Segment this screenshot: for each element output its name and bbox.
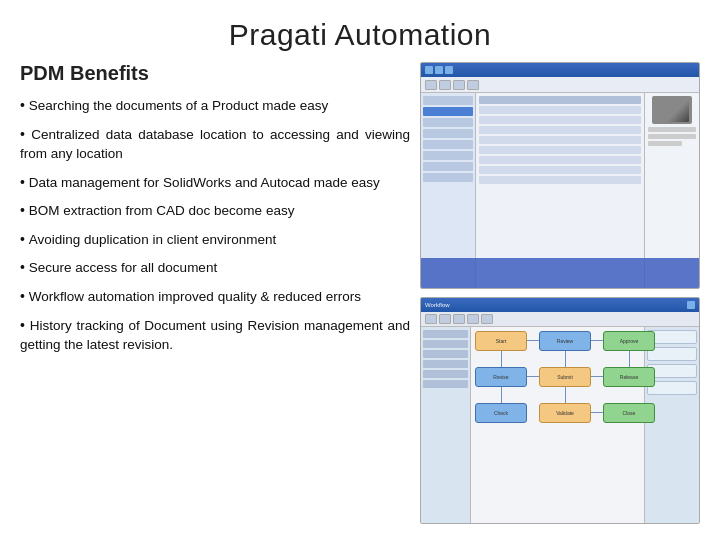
ss-data-row <box>479 176 641 184</box>
sidebar-item <box>423 162 473 171</box>
sidebar-item <box>423 96 473 105</box>
window-btn <box>435 66 443 74</box>
ss-header-row <box>479 96 641 104</box>
toolbar-btn <box>439 80 451 90</box>
sidebar-item <box>423 140 473 149</box>
wf-arrow <box>591 340 603 341</box>
toolbar-top <box>421 77 699 93</box>
ss-data-row <box>479 136 641 144</box>
toolbar-btn <box>453 80 465 90</box>
wf-left-item <box>423 360 468 368</box>
wf-left-panel <box>421 327 471 523</box>
list-item: BOM extraction from CAD doc become easy <box>20 200 410 221</box>
ss-data-row <box>479 116 641 124</box>
sidebar-item <box>423 107 473 116</box>
window-btn <box>425 66 433 74</box>
list-item: Avoiding duplication in client environme… <box>20 229 410 250</box>
ss-data-row <box>479 166 641 174</box>
wf-toolbar-bar <box>421 312 699 327</box>
wf-node-review: Review <box>539 331 591 351</box>
wf-node-start: Start <box>475 331 527 351</box>
wf-window-btn <box>687 301 695 309</box>
ss-data-row <box>479 156 641 164</box>
wf-left-item <box>423 370 468 378</box>
list-item: Searching the documents of a Product mad… <box>20 95 410 116</box>
page-title: Pragati Automation <box>20 18 700 52</box>
wf-node-validate: Validate <box>539 403 591 423</box>
preview-details <box>648 127 696 146</box>
screenshot-top <box>420 62 700 289</box>
wf-node-submit: Submit <box>539 367 591 387</box>
list-item: Data management for SolidWorks and Autoc… <box>20 172 410 193</box>
ss-data-row <box>479 126 641 134</box>
toolbar-btn <box>425 80 437 90</box>
wf-right-panel <box>644 327 699 523</box>
toolbar-btn <box>467 80 479 90</box>
sidebar-item <box>423 118 473 127</box>
wf-node-check: Check <box>475 403 527 423</box>
wf-node-approve: Approve <box>603 331 655 351</box>
detail-line <box>648 134 696 139</box>
content-area: PDM Benefits Searching the documents of … <box>20 58 700 524</box>
ss-data-row <box>479 146 641 154</box>
section-heading: PDM Benefits <box>20 62 410 85</box>
sidebar-item <box>423 173 473 182</box>
window-btn <box>445 66 453 74</box>
wf-titlebar: Workflow <box>421 298 699 312</box>
ss-data-row <box>479 106 641 114</box>
wf-arrow <box>591 376 603 377</box>
wf-left-item <box>423 350 468 358</box>
wf-arrow <box>527 340 539 341</box>
list-item: Centralized data database location to ac… <box>20 124 410 164</box>
wf-arrow <box>565 351 566 367</box>
list-item: Workflow automation improved quality & r… <box>20 286 410 307</box>
detail-line <box>648 127 696 132</box>
list-item: History tracking of Document using Revis… <box>20 315 410 355</box>
wf-toolbar-btn <box>425 314 437 324</box>
wf-arrow <box>501 351 502 367</box>
wf-title-text: Workflow <box>425 302 450 308</box>
wf-arrow <box>527 376 539 377</box>
wf-arrow <box>565 387 566 403</box>
wf-left-item <box>423 330 468 338</box>
wf-toolbar-btn <box>439 314 451 324</box>
sidebar-item <box>423 129 473 138</box>
preview-inner <box>655 98 689 122</box>
bullet-list: Searching the documents of a Product mad… <box>20 95 410 363</box>
wf-arrow <box>629 351 630 367</box>
highlight-bar <box>421 258 699 288</box>
screenshot-bottom: Workflow <box>420 297 700 524</box>
wf-left-item <box>423 380 468 388</box>
wf-toolbar-btn <box>481 314 493 324</box>
wf-canvas: Start Review Approve Revise Submit Relea… <box>471 327 644 523</box>
wf-node-close: Close <box>603 403 655 423</box>
wf-left-item <box>423 340 468 348</box>
list-item: Secure access for all document <box>20 257 410 278</box>
product-preview-image <box>652 96 692 124</box>
wf-arrow <box>591 412 603 413</box>
wf-body: Start Review Approve Revise Submit Relea… <box>421 327 699 523</box>
wf-node-revise: Revise <box>475 367 527 387</box>
wf-node-release: Release <box>603 367 655 387</box>
sidebar-item <box>423 151 473 160</box>
detail-line <box>648 141 682 146</box>
wf-toolbar-btn <box>467 314 479 324</box>
right-panel: Workflow <box>420 58 700 524</box>
titlebar-top <box>421 63 699 77</box>
left-panel: PDM Benefits Searching the documents of … <box>20 58 410 524</box>
wf-arrow <box>501 387 502 403</box>
wf-toolbar-btn <box>453 314 465 324</box>
page-container: Pragati Automation PDM Benefits Searchin… <box>0 0 720 540</box>
